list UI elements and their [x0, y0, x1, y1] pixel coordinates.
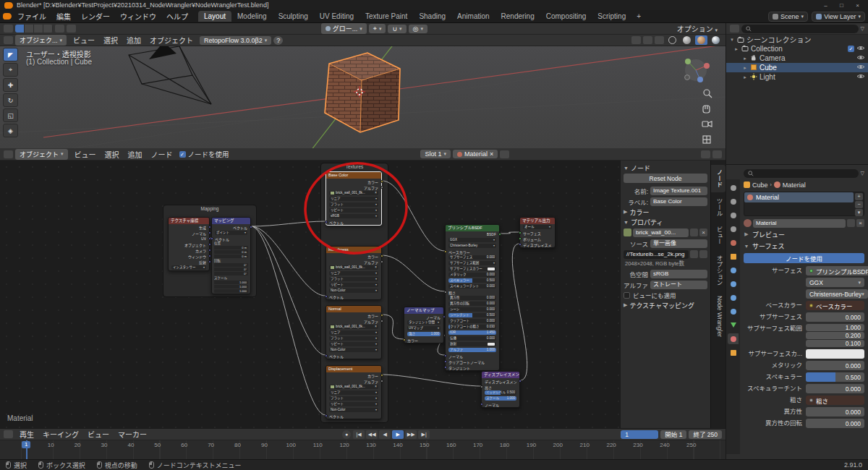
proportional-edit-dropdown[interactable]: ◎▾	[409, 25, 427, 33]
node-menu-選択[interactable]: 選択	[101, 150, 124, 160]
menu-編集[interactable]: 編集	[51, 12, 76, 22]
maximize-button[interactable]: □	[835, 2, 848, 9]
workspace-tab-shading[interactable]: Shading	[413, 11, 451, 22]
properties-tab-particles[interactable]	[728, 278, 739, 289]
sidebar-tab-ノード[interactable]: ノード	[711, 165, 726, 192]
fake-user-icon[interactable]	[847, 219, 855, 227]
viewport-3d[interactable]: ユーザー・透視投影 (1) Collection | Cube ◤ ⌖ ✚ ↻ …	[0, 46, 726, 148]
node-vector-スケール[interactable]: スケール1.0001.0001.000	[212, 276, 250, 294]
node-menu-追加[interactable]: 追加	[124, 150, 147, 160]
playback-jump-end[interactable]: ▶|	[418, 430, 430, 439]
value-field-スペキュラー[interactable]: 0.500	[806, 372, 864, 382]
output-socket[interactable]	[208, 255, 211, 257]
node-dropdown-リピート[interactable]: リピート▾	[326, 401, 381, 407]
material-datablock-field[interactable]: Material ×	[453, 150, 498, 158]
workspace-tab-scripting[interactable]: Scripting	[592, 11, 631, 22]
node-dropdown-フラット[interactable]: フラット▾	[326, 276, 381, 282]
input-socket[interactable]	[325, 414, 328, 417]
zoom-icon[interactable]	[704, 90, 712, 98]
editor-type-outliner-icon[interactable]	[730, 25, 739, 33]
browse-file-icon[interactable]	[690, 250, 698, 258]
node-dropdown-リピート[interactable]: リピート▾	[326, 208, 381, 213]
image-name-field[interactable]: brick_wall_00...	[633, 228, 689, 237]
view-apply-checkbox[interactable]	[624, 292, 630, 299]
current-frame-field[interactable]: 1	[621, 430, 658, 439]
visibility-eye-icon[interactable]	[856, 45, 865, 53]
value-field-異方性[interactable]: 0.000	[806, 407, 864, 416]
input-socket[interactable]	[480, 385, 483, 388]
unlink-material-icon[interactable]: ×	[856, 219, 864, 227]
filepath-field[interactable]: //Textureib...se_2k.png	[624, 250, 689, 259]
node-image-selector[interactable]: brick_wall_001_8k...×	[326, 384, 381, 390]
pan-hand-icon[interactable]	[703, 106, 710, 113]
transform-tool-button[interactable]: ◈	[3, 124, 18, 137]
slot-specials-button[interactable]: ▾	[855, 209, 863, 216]
properties-tab-object-data[interactable]	[728, 320, 739, 330]
frame-end-field[interactable]: 終了 250	[689, 430, 722, 439]
shader-type-dropdown[interactable]: オブジェクト▾	[15, 149, 68, 160]
node-mapping[interactable]: マッピングベクトルポイント▾ベクトル位置0 m0 m0 m回転0°0°0°スケー…	[211, 217, 251, 294]
node-image-selector[interactable]: brick_wall_001_8k...×	[326, 324, 381, 330]
node-name-field[interactable]: Image Texture.001	[650, 187, 707, 195]
open-image-icon[interactable]	[690, 228, 698, 236]
node-title[interactable]: Displacement	[326, 366, 381, 372]
node-menu-ビュー[interactable]: ビュー	[70, 150, 101, 160]
node-title[interactable]: Roughness	[326, 247, 381, 253]
show-gizmo-icon[interactable]	[631, 36, 641, 44]
node-slider-IOR[interactable]: IOR1.450	[446, 330, 499, 336]
node-displacement[interactable]: ディスプレイスメントディスプレイスメント高さミッドレベル0.500スケール1.0…	[481, 371, 520, 408]
select-tool-button[interactable]: ◤	[3, 48, 18, 61]
node-slider-異方性[interactable]: 異方性0.000	[446, 295, 499, 301]
node-title[interactable]: Normal	[326, 306, 381, 312]
lasso-select-tool-icon[interactable]	[43, 25, 53, 33]
output-socket[interactable]	[250, 226, 252, 228]
material-slot-item[interactable]: Material	[744, 192, 854, 202]
sidebar-tab-ツール[interactable]: ツール	[711, 194, 726, 221]
node-image-texture-base-color[interactable]: Base Colorカラーアルファbrick_wall_001_8k...×リニ…	[326, 171, 382, 226]
retopoflow-button[interactable]: RetopoFlow 3.0.0β2▾	[200, 36, 271, 45]
material-name-field[interactable]: Material	[753, 219, 846, 228]
workspace-tab-compositing[interactable]: Compositing	[540, 11, 592, 22]
value-field-サーフェス[interactable]: プリンシプルBSDF	[806, 266, 868, 275]
value-field-粗さ[interactable]: 粗さ	[806, 396, 864, 405]
node-dropdown-リピート[interactable]: リピート▾	[326, 341, 381, 347]
node-color-放射[interactable]: 放射	[446, 341, 499, 347]
alpha-dropdown[interactable]: ストレート	[650, 281, 707, 289]
node-normal-map[interactable]: ノーマルマップノーマルタンジェント空間▾UVマップ▾強さ1.000カラー	[404, 307, 444, 343]
node-title[interactable]: テクスチャ座標	[169, 218, 209, 224]
tool-settings-icon[interactable]	[4, 25, 13, 33]
unlink-image-icon[interactable]: ×	[699, 228, 707, 236]
source-dropdown[interactable]: 単一画像	[650, 239, 707, 248]
playback-prev-keyframe[interactable]: ◀◀	[366, 430, 378, 439]
menu-レンダー[interactable]: レンダー	[76, 12, 115, 22]
properties-tab-constraints[interactable]	[728, 306, 739, 317]
minimize-button[interactable]: –	[820, 2, 832, 9]
node-slider-シーンチント[interactable]: シーンチント0.500	[446, 312, 499, 318]
node-dropdown-タンジェント空間[interactable]: タンジェント空間▾	[404, 320, 443, 325]
reset-node-button[interactable]: Reset Node	[624, 174, 707, 183]
blender-menu-icon[interactable]	[3, 13, 12, 20]
select-tool-group[interactable]	[15, 25, 53, 33]
timeline-menu-マーカー[interactable]: マーカー	[114, 430, 151, 440]
node-dropdown-リニア[interactable]: リニア▾	[326, 270, 381, 276]
box-select-tool-icon[interactable]	[25, 25, 34, 33]
visibility-eye-icon[interactable]	[856, 64, 865, 72]
properties-tab-scene[interactable]	[728, 223, 739, 234]
use-nodes-button[interactable]: ノードを使用	[744, 253, 864, 263]
output-socket[interactable]	[208, 260, 211, 263]
ortho-grid-icon[interactable]	[703, 136, 710, 143]
node-vector-回転[interactable]: 回転0°0°0°	[212, 259, 250, 276]
node-image-texture-displacement[interactable]: Displacementカラーアルファbrick_wall_001_8k...×…	[326, 365, 382, 419]
node-slider-ミッドレベル[interactable]: ミッドレベル0.500	[482, 390, 519, 396]
playback-jump-start[interactable]: |◀	[353, 430, 365, 439]
cursor-tool-button[interactable]: ⌖	[3, 63, 18, 77]
breadcrumb-data[interactable]: Material	[783, 181, 806, 189]
node-dropdown-リニア[interactable]: リニア▾	[326, 196, 381, 202]
filter-icon[interactable]: ▽	[861, 171, 864, 176]
transform-orientation-dropdown[interactable]: グロー...▾	[321, 23, 367, 34]
value-field[interactable]: 0.200	[806, 332, 864, 339]
timeline-menu-ビュー[interactable]: ビュー	[83, 430, 114, 440]
input-socket[interactable]	[444, 354, 447, 357]
viewport-menu-追加[interactable]: 追加	[122, 36, 145, 46]
node-dropdown-Non-Color[interactable]: Non-Color▾	[326, 407, 381, 413]
